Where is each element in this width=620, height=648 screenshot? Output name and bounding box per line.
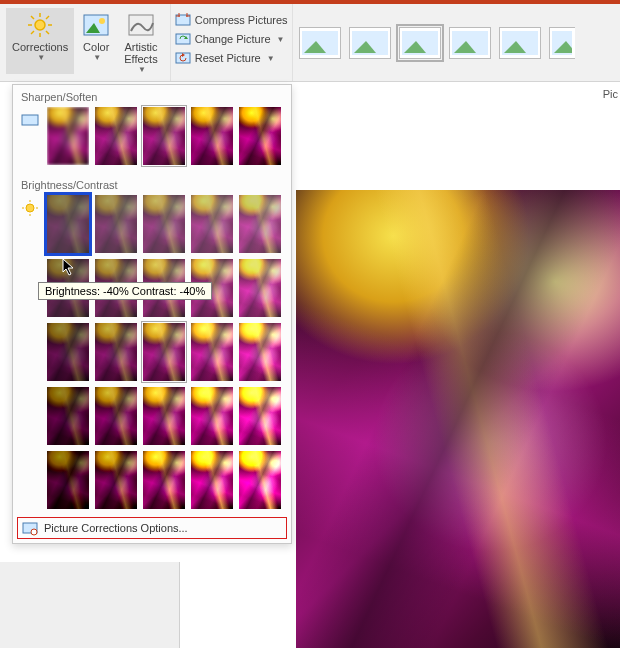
- chevron-down-icon: ▼: [138, 65, 146, 74]
- preset-tooltip: Brightness: -40% Contrast: -40%: [38, 282, 212, 300]
- brightness-side-icon: [21, 199, 39, 217]
- svg-point-37: [31, 529, 37, 535]
- options-label: Picture Corrections Options...: [44, 522, 188, 534]
- brightness-grid: [13, 195, 291, 513]
- svg-line-8: [31, 31, 34, 34]
- picture-color-icon: [80, 11, 112, 39]
- chevron-down-icon: ▼: [277, 35, 285, 44]
- reset-picture-button[interactable]: Reset Picture▼: [175, 50, 288, 66]
- style-thumb[interactable]: [349, 27, 391, 59]
- brightness-preset-thumb[interactable]: [239, 195, 281, 253]
- svg-line-7: [46, 16, 49, 19]
- color-button[interactable]: Color ▼: [74, 8, 118, 74]
- slide-panel: [0, 562, 180, 648]
- change-picture-icon: [175, 31, 191, 47]
- sharpen-grid: [13, 107, 291, 173]
- style-thumb[interactable]: [299, 27, 341, 59]
- brightness-preset-thumb[interactable]: [239, 387, 281, 445]
- style-thumb-selected[interactable]: [399, 27, 441, 59]
- compress-pictures-button[interactable]: Compress Pictures: [175, 12, 288, 28]
- sharpen-preset-thumb[interactable]: [239, 107, 281, 165]
- ribbon: Corrections ▼ Color ▼ Artistic Effects ▼: [0, 4, 620, 82]
- brightness-preset-thumb[interactable]: [239, 259, 281, 317]
- brightness-preset-thumb[interactable]: [47, 323, 89, 381]
- chevron-down-icon: ▼: [93, 53, 101, 62]
- corrections-dropdown: Sharpen/Soften Brightness/Contrast Pictu…: [12, 84, 292, 544]
- sharpen-preset-thumb[interactable]: [143, 107, 185, 165]
- brightness-preset-thumb[interactable]: [143, 195, 185, 253]
- reset-icon: [175, 50, 191, 66]
- brightness-preset-thumb[interactable]: [95, 323, 137, 381]
- brightness-preset-thumb[interactable]: [95, 451, 137, 509]
- artistic-label: Artistic Effects: [124, 41, 157, 65]
- picture-tools-label: Pic: [603, 88, 618, 100]
- brightness-section-label: Brightness/Contrast: [13, 173, 291, 195]
- sharpen-side-icon: [21, 111, 39, 129]
- brightness-preset-thumb[interactable]: [191, 195, 233, 253]
- options-icon: [22, 520, 38, 536]
- brightness-preset-thumb[interactable]: [95, 387, 137, 445]
- brightness-preset-thumb[interactable]: [239, 323, 281, 381]
- svg-point-0: [35, 20, 45, 30]
- svg-line-5: [31, 16, 34, 19]
- sharpen-section-label: Sharpen/Soften: [13, 85, 291, 107]
- ribbon-group-picture-tools: Compress Pictures Change Picture▼ Reset …: [171, 4, 292, 81]
- svg-rect-30: [22, 115, 38, 125]
- brightness-preset-thumb[interactable]: [191, 323, 233, 381]
- brightness-preset-thumb[interactable]: [239, 451, 281, 509]
- brightness-preset-thumb[interactable]: [47, 451, 89, 509]
- sharpen-preset-thumb[interactable]: [191, 107, 233, 165]
- svg-point-11: [99, 18, 105, 24]
- chevron-down-icon: ▼: [37, 53, 45, 62]
- compress-label: Compress Pictures: [195, 14, 288, 26]
- chevron-down-icon: ▼: [267, 54, 275, 63]
- style-thumb[interactable]: [549, 27, 575, 59]
- svg-line-6: [46, 31, 49, 34]
- picture-styles-gallery[interactable]: [292, 4, 620, 81]
- brightness-preset-thumb[interactable]: [95, 195, 137, 253]
- corrections-label: Corrections: [12, 41, 68, 53]
- style-thumb[interactable]: [449, 27, 491, 59]
- corrections-button[interactable]: Corrections ▼: [6, 8, 74, 74]
- ribbon-group-adjust: Corrections ▼ Color ▼ Artistic Effects ▼: [0, 4, 171, 81]
- style-thumb[interactable]: [499, 27, 541, 59]
- brightness-preset-thumb[interactable]: [47, 387, 89, 445]
- artistic-effects-button[interactable]: Artistic Effects ▼: [118, 8, 163, 74]
- selected-picture[interactable]: [296, 190, 620, 648]
- color-label: Color: [83, 41, 109, 53]
- brightness-preset-thumb[interactable]: [143, 451, 185, 509]
- picture-corrections-options-button[interactable]: Picture Corrections Options...: [17, 517, 287, 539]
- brightness-preset-thumb[interactable]: [191, 387, 233, 445]
- brightness-preset-thumb[interactable]: [143, 323, 185, 381]
- brightness-preset-thumb[interactable]: [47, 195, 89, 253]
- svg-point-31: [26, 204, 34, 212]
- brightness-preset-thumb[interactable]: [191, 451, 233, 509]
- compress-icon: [175, 12, 191, 28]
- brightness-preset-thumb[interactable]: [143, 387, 185, 445]
- artistic-icon: [125, 11, 157, 39]
- change-picture-button[interactable]: Change Picture▼: [175, 31, 288, 47]
- reset-label: Reset Picture: [195, 52, 261, 64]
- sun-icon: [24, 11, 56, 39]
- sharpen-preset-thumb[interactable]: [95, 107, 137, 165]
- change-label: Change Picture: [195, 33, 271, 45]
- sharpen-preset-thumb[interactable]: [47, 107, 89, 165]
